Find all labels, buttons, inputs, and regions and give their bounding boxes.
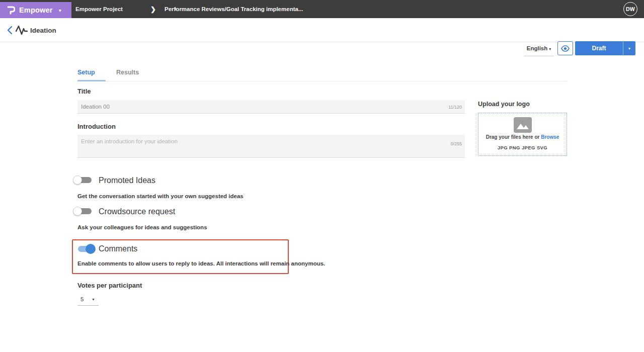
chevron-down-icon: ▼ <box>92 298 95 301</box>
preview-button[interactable] <box>557 41 573 55</box>
eye-icon <box>561 45 570 52</box>
empower-logo-icon <box>7 6 15 15</box>
logo-dropzone[interactable]: Drag your files here or Browse JPG PNG J… <box>478 113 567 156</box>
back-icon[interactable] <box>6 25 15 35</box>
chevron-down-icon: ▾ <box>549 47 551 51</box>
accepted-formats: JPG PNG JPEG SVG <box>478 145 567 150</box>
breadcrumb-chevron-icon: ❯ <box>150 0 156 18</box>
brand-name: Empower <box>19 6 53 14</box>
comments-caption: Enable comments to allow users to reply … <box>77 260 325 267</box>
promoted-ideas-label: Promoted Ideas <box>99 176 155 185</box>
crowdsource-request-toggle[interactable] <box>73 206 93 217</box>
crowdsource-request-caption: Ask your colleagues for ideas and sugges… <box>77 224 207 230</box>
image-placeholder-icon <box>514 117 532 133</box>
page-header: Ideation English▾ Draft ▾ <box>0 18 644 42</box>
page-title: Ideation <box>30 27 56 34</box>
active-tab-indicator <box>77 80 106 81</box>
activity-pulse-icon <box>16 25 28 36</box>
project-selector-label: Empower Project <box>75 6 123 12</box>
tab-setup[interactable]: Setup <box>77 69 95 76</box>
top-navigation-bar: Empower ▾ Empower Project ▾ ❯ Performanc… <box>0 0 644 18</box>
project-selector[interactable]: Empower Project ▾ <box>75 0 176 18</box>
title-input[interactable] <box>77 100 465 114</box>
introduction-label: Introduction <box>77 123 116 130</box>
promoted-ideas-toggle[interactable] <box>73 174 93 186</box>
dropzone-hint: Drag your files here or Browse <box>478 134 567 140</box>
toggle-knob <box>73 207 82 216</box>
page: Empower ▾ Empower Project ▾ ❯ Performanc… <box>0 0 644 352</box>
crowdsource-request-label: Crowdsource request <box>99 207 175 216</box>
draft-status-caret[interactable]: ▾ <box>623 41 635 55</box>
avatar[interactable]: DW <box>623 2 637 16</box>
votes-per-participant-select[interactable]: 5 ▼ <box>77 295 99 306</box>
comments-toggle[interactable] <box>76 243 97 254</box>
draft-status-button[interactable]: Draft <box>575 41 623 55</box>
title-char-counter: 11/120 <box>448 105 462 110</box>
tabs-divider <box>77 81 567 81</box>
toggle-knob <box>86 244 96 254</box>
title-field-wrap: 11/120 <box>77 100 465 114</box>
votes-per-participant-label: Votes per participant <box>77 282 142 289</box>
language-selector-value: English <box>527 45 548 51</box>
comments-label: Comments <box>99 244 137 253</box>
votes-select-value: 5 <box>80 296 84 302</box>
upload-logo-label: Upload your logo <box>478 101 530 108</box>
browse-link[interactable]: Browse <box>541 134 559 140</box>
introduction-textarea[interactable] <box>77 135 465 158</box>
promoted-ideas-caption: Get the conversation started with your o… <box>77 193 244 199</box>
chevron-down-icon: ▾ <box>59 8 61 13</box>
chevron-down-icon: ▾ <box>628 46 630 51</box>
introduction-char-counter: 0/255 <box>450 141 462 146</box>
tab-results[interactable]: Results <box>116 69 139 76</box>
toggle-knob <box>73 175 82 185</box>
brand-menu[interactable]: Empower ▾ <box>0 2 71 18</box>
title-label: Title <box>77 87 91 95</box>
drag-text: Drag your files here or <box>486 134 541 140</box>
breadcrumb[interactable]: Performance Reviews/Goal Tracking implem… <box>165 0 303 18</box>
status-split-button: Draft ▾ <box>575 41 635 55</box>
introduction-field-wrap: 0/255 <box>77 135 465 158</box>
language-selector[interactable]: English▾ <box>524 43 554 56</box>
